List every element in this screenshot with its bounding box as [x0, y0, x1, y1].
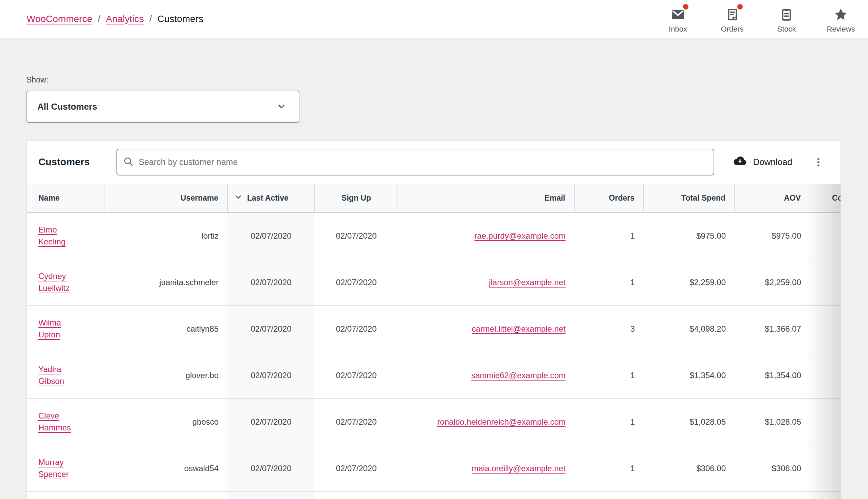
column-header-orders[interactable]: Orders [574, 184, 644, 212]
table-row: WilmaUpton caitlyn85 02/07/2020 02/07/20… [27, 305, 841, 352]
country-cell [810, 305, 841, 352]
total-spend-cell: $2,259.00 [644, 259, 735, 305]
table-row: CydneyLueilwitz juanita.schmeler 02/07/2… [27, 259, 841, 305]
country-cell [810, 399, 841, 445]
orders-icon [725, 7, 739, 22]
sign-up-cell: 02/07/2020 [315, 399, 398, 445]
customer-email-link[interactable]: jlarson@example.net [489, 278, 565, 287]
activity-tab-label: Orders [721, 25, 743, 34]
customers-table: Name Username Last Active Sign Up [27, 184, 841, 499]
kebab-menu-button[interactable] [810, 154, 827, 171]
inbox-icon [671, 7, 685, 22]
column-header-total-spend[interactable]: Total Spend [644, 184, 735, 212]
aov-cell: $1,354.00 [735, 352, 810, 399]
customer-name-link[interactable]: ElmoKeeling [38, 224, 65, 248]
card-header: Customers Download [27, 141, 841, 184]
column-header-country-clipped[interactable]: Co [810, 184, 841, 212]
customer-name-link[interactable]: YadiraGibson [38, 364, 64, 387]
email-cell: jlarson@example.net [398, 259, 574, 305]
last-active-cell: 02/07/2020 [228, 305, 315, 352]
username-cell: lortiz [105, 212, 228, 259]
table-row: MurraySpencer oswald54 02/07/2020 02/07/… [27, 445, 841, 491]
last-active-cell: 02/07/2020 [228, 352, 315, 399]
country-cell [810, 445, 841, 491]
topbar: WooCommerce / Analytics / Customers Inbo… [0, 0, 868, 38]
customer-name-link[interactable]: MurraySpencer [38, 457, 69, 480]
customer-search [117, 149, 714, 175]
customers-filter-dropdown[interactable]: All Customers [26, 90, 299, 123]
username-cell: glover.bo [105, 352, 228, 399]
username-cell: gbosco [105, 399, 228, 445]
username-cell: caitlyn85 [105, 305, 228, 352]
email-cell: ronaldo.heidenreich@example.com [398, 399, 574, 445]
breadcrumb-separator: / [149, 14, 152, 24]
activity-tab-label: Reviews [827, 25, 855, 34]
total-spend-cell: $1,028.05 [644, 399, 735, 445]
reviews-icon [833, 7, 848, 22]
orders-cell: 1 [574, 259, 644, 305]
name-cell: CydneyLueilwitz [27, 259, 105, 305]
email-cell: sammie62@example.com [398, 352, 574, 399]
table-header-row: Name Username Last Active Sign Up [27, 184, 841, 212]
orders-cell: 1 [574, 212, 644, 259]
activity-tab-inbox[interactable]: Inbox [651, 0, 705, 34]
table-row-partial [27, 491, 841, 499]
activity-tab-label: Inbox [669, 25, 687, 34]
aov-cell: $306.00 [735, 445, 810, 491]
name-cell: MurraySpencer [27, 445, 105, 491]
column-header-username[interactable]: Username [105, 184, 228, 212]
column-header-last-active[interactable]: Last Active [228, 184, 315, 212]
breadcrumb-current-page: Customers [158, 14, 203, 24]
last-active-cell: 02/07/2020 [228, 212, 315, 259]
breadcrumb-link-analytics[interactable]: Analytics [106, 14, 144, 24]
download-label: Download [753, 157, 792, 167]
orders-cell: 3 [574, 305, 644, 352]
activity-tab-label: Stock [777, 25, 796, 34]
customer-email-link[interactable]: carmel.littel@example.net [472, 324, 565, 333]
search-input[interactable] [117, 149, 714, 175]
search-icon [123, 156, 134, 169]
sign-up-cell: 02/07/2020 [315, 212, 398, 259]
total-spend-cell: $975.00 [644, 212, 735, 259]
customer-name-link[interactable]: CydneyLueilwitz [38, 270, 70, 294]
breadcrumb-separator: / [98, 14, 100, 24]
download-button[interactable]: Download [733, 154, 792, 170]
activity-panel: Inbox Orders [651, 0, 868, 38]
breadcrumb-link-woocommerce[interactable]: WooCommerce [26, 14, 92, 24]
aov-cell: $975.00 [735, 212, 810, 259]
total-spend-cell: $4,098.20 [644, 305, 735, 352]
customer-email-link[interactable]: ronaldo.heidenreich@example.com [437, 417, 565, 426]
card-title: Customers [38, 157, 90, 168]
name-cell: CleveHammes [27, 399, 105, 445]
orders-cell: 1 [574, 399, 644, 445]
stock-icon [779, 7, 794, 22]
aov-cell: $1,028.05 [735, 399, 810, 445]
breadcrumb: WooCommerce / Analytics / Customers [26, 14, 203, 24]
name-cell: WilmaUpton [27, 305, 105, 352]
sign-up-cell: 02/07/2020 [315, 259, 398, 305]
activity-tab-orders[interactable]: Orders [705, 0, 759, 34]
name-cell: YadiraGibson [27, 352, 105, 399]
customer-email-link[interactable]: maia.oreilly@example.net [472, 464, 565, 473]
last-active-cell: 02/07/2020 [228, 259, 315, 305]
customer-email-link[interactable]: sammie62@example.com [471, 371, 565, 380]
table-row: YadiraGibson glover.bo 02/07/2020 02/07/… [27, 352, 841, 399]
country-cell [810, 259, 841, 305]
customer-name-link[interactable]: WilmaUpton [38, 317, 61, 341]
table-row: CleveHammes gbosco 02/07/2020 02/07/2020… [27, 399, 841, 445]
column-header-aov[interactable]: AOV [735, 184, 810, 212]
column-header-email[interactable]: Email [398, 184, 574, 212]
column-header-sign-up[interactable]: Sign Up [315, 184, 398, 212]
customer-name-link[interactable]: CleveHammes [38, 410, 71, 434]
unread-badge [683, 4, 688, 10]
email-cell: maia.oreilly@example.net [398, 445, 574, 491]
customer-email-link[interactable]: rae.purdy@example.com [475, 231, 565, 240]
activity-tab-reviews[interactable]: Reviews [814, 0, 868, 34]
sign-up-cell: 02/07/2020 [315, 352, 398, 399]
activity-tab-stock[interactable]: Stock [759, 0, 814, 34]
country-cell [810, 212, 841, 259]
column-header-name[interactable]: Name [27, 184, 105, 212]
orders-cell: 1 [574, 352, 644, 399]
total-spend-cell: $1,354.00 [644, 352, 735, 399]
aov-cell: $2,259.00 [735, 259, 810, 305]
